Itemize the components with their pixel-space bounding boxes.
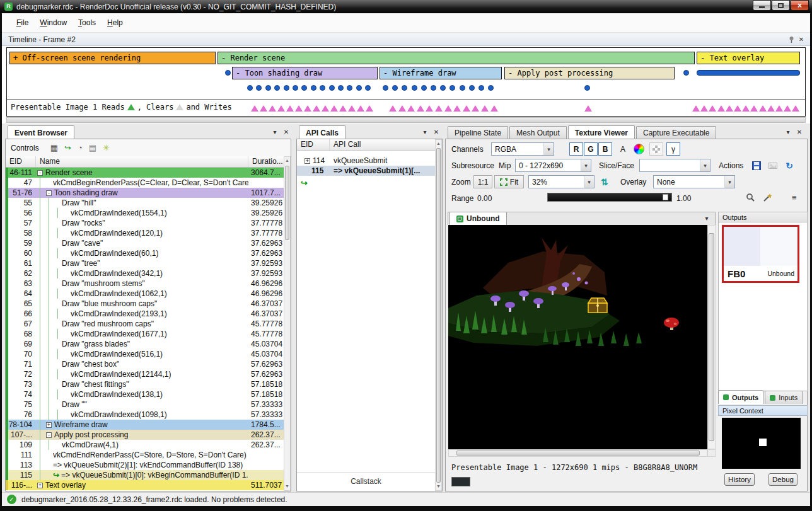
write-marker-icon[interactable] (584, 105, 592, 112)
outputs-header[interactable]: Outputs (718, 212, 808, 222)
event-row[interactable]: 61Draw "tree"37.92593 (6, 258, 284, 268)
draw-dot-icon[interactable] (683, 70, 689, 76)
event-row[interactable]: 60vkCmdDrawIndexed(60,1)37.62963 (6, 248, 284, 258)
draw-dot-icon[interactable] (225, 70, 231, 76)
gamma-button[interactable]: γ (666, 142, 680, 156)
draw-dot-icon[interactable] (460, 85, 465, 91)
texture-list-dropdown-icon[interactable]: ▾ (702, 214, 712, 223)
write-marker-icon[interactable] (750, 105, 758, 112)
write-marker-icon[interactable] (726, 105, 733, 112)
event-row[interactable]: 75Draw ""57.33333 (6, 399, 284, 410)
checkerboard-background-button[interactable] (649, 142, 663, 156)
draw-dot-icon[interactable] (320, 85, 325, 91)
event-row[interactable]: 65Draw "blue mushroom caps"46.37037 (6, 299, 284, 309)
overlay-select[interactable]: None ▾ (653, 175, 735, 188)
scroll-down-icon[interactable]: ▼ (284, 483, 290, 490)
timeline-close-icon[interactable]: ✕ (796, 35, 806, 44)
draw-dot-icon[interactable] (469, 85, 475, 91)
write-marker-icon[interactable] (700, 105, 708, 112)
write-marker-icon[interactable] (417, 105, 424, 112)
tab-outputs[interactable]: Outputs (718, 390, 763, 404)
draw-dot-icon[interactable] (383, 85, 388, 91)
bookmark-icon[interactable]: ✳ (103, 142, 110, 154)
expander-icon[interactable]: + (304, 158, 310, 164)
open-resource-button[interactable]: ↻ (783, 159, 796, 172)
event-row[interactable]: 51-76-Toon shading draw1017.7... (6, 188, 284, 198)
event-row[interactable]: 67Draw "red mushroom caps"45.77778 (6, 319, 284, 329)
flip-y-button[interactable]: ⇅ (598, 175, 611, 188)
write-marker-icon[interactable] (286, 105, 294, 112)
write-marker-icon[interactable] (398, 105, 406, 112)
api-menu-icon[interactable]: ▾ (420, 127, 430, 137)
channel-a-button[interactable]: A (617, 142, 629, 156)
grid-icon[interactable]: ▦ (50, 142, 58, 154)
channel-b-button[interactable]: B (598, 142, 612, 156)
timeline-scrollbar[interactable] (6, 117, 806, 123)
close-button[interactable]: × (791, 0, 809, 11)
event-row[interactable]: 109vkCmdDraw(4,1)262.37... (6, 440, 284, 450)
range-slider-handle[interactable] (663, 194, 668, 200)
maximize-button[interactable] (772, 0, 790, 11)
write-marker-icon[interactable] (426, 105, 433, 112)
tab-capture-executable[interactable]: Capture Executable (636, 126, 716, 139)
draw-dot-icon[interactable] (274, 85, 280, 91)
zoom-fit-button[interactable]: Fit (494, 175, 524, 188)
event-row[interactable]: 73Draw "chest fittings"57.18518 (6, 379, 284, 389)
draw-dot-icon[interactable] (440, 85, 446, 91)
draw-dot-icon[interactable] (421, 85, 427, 91)
write-marker-icon[interactable] (348, 105, 356, 112)
draw-dot-icon[interactable] (356, 85, 362, 91)
zoom-range-button[interactable] (746, 193, 757, 204)
write-marker-icon[interactable] (692, 105, 700, 112)
tab-texture-viewer[interactable]: Texture Viewer (568, 125, 635, 139)
channel-r-button[interactable]: R (569, 142, 583, 156)
draw-dot-icon[interactable] (311, 85, 316, 91)
draw-dot-icon[interactable] (338, 85, 344, 91)
event-row[interactable]: 72vkCmdDrawIndexed(12144,1)57.62963 (6, 369, 284, 379)
timeline-bar-apply-post-processing[interactable]: - Apply post processing (504, 67, 675, 79)
draw-dot-icon[interactable] (402, 85, 407, 91)
fb0-thumbnail[interactable]: FB0 Unbound (722, 225, 799, 283)
texture-hscrollbar-thumb[interactable] (456, 451, 700, 456)
event-row[interactable]: 76vkCmdDrawIndexed(1098,1)57.33333 (6, 410, 284, 420)
event-row[interactable]: 64vkCmdDrawIndexed(1062,1)46.96296 (6, 289, 284, 299)
write-marker-icon[interactable] (784, 105, 791, 112)
event-row[interactable]: 47vkCmdBeginRenderPass(C=Clear, D=Clear,… (6, 178, 284, 188)
write-marker-icon[interactable] (444, 105, 452, 112)
event-row[interactable]: 62vkCmdDrawIndexed(342,1)37.92593 (6, 268, 284, 278)
event-row[interactable]: 59Draw "cave"37.62963 (6, 238, 284, 248)
texture-hscrollbar[interactable] (448, 449, 707, 457)
event-row[interactable]: 78-104+Wireframe draw1784.5... (6, 420, 284, 430)
draw-dot-icon[interactable] (347, 85, 352, 91)
write-marker-icon[interactable] (304, 105, 311, 112)
menu-file[interactable]: File (11, 16, 34, 30)
timeline-bars[interactable]: + Off-screen scene rendering- Render sce… (6, 47, 806, 100)
draw-dot-icon[interactable] (488, 85, 494, 91)
draw-dot-icon[interactable] (293, 85, 298, 91)
eb-column-header[interactable]: EID Name Duratio... (6, 156, 284, 168)
title-bar[interactable]: R debugmarker.rdc - RenderDoc Unofficial… (0, 0, 812, 13)
event-row[interactable]: 57Draw "rocks"37.77778 (6, 218, 284, 228)
draw-dot-icon[interactable] (265, 85, 271, 91)
api-column-header[interactable]: EID API Call (297, 139, 435, 151)
event-row[interactable]: 113=> vkQueueSubmit(2)[1]: vkEndCommandB… (6, 460, 284, 470)
timeline-bar-toon-shading-draw[interactable]: - Toon shading draw (232, 67, 378, 79)
api-close-icon[interactable]: ✕ (431, 127, 441, 137)
draw-dot-icon[interactable] (247, 85, 253, 91)
draw-dot-icon[interactable] (256, 85, 262, 91)
menu-window[interactable]: Window (34, 16, 72, 30)
time-durations-icon[interactable]: ◔ (78, 142, 83, 154)
texture-vscrollbar-thumb[interactable] (709, 233, 714, 441)
draw-dot-icon[interactable] (284, 85, 289, 91)
write-marker-icon[interactable] (322, 105, 329, 112)
draw-dot-icon[interactable] (329, 85, 335, 91)
mip-select[interactable]: 0 - 1272x690 ▾ (515, 159, 591, 172)
draw-dot-icon[interactable] (478, 85, 484, 91)
write-marker-icon[interactable] (767, 105, 775, 112)
write-marker-icon[interactable] (251, 105, 258, 112)
draw-dot-icon[interactable] (412, 85, 417, 91)
debug-button[interactable]: Debug (768, 473, 798, 486)
toolbar-overflow-icon[interactable]: ≡ (792, 193, 797, 202)
api-scrollbar-thumb[interactable] (436, 148, 441, 483)
save-texture-button[interactable] (750, 159, 763, 172)
